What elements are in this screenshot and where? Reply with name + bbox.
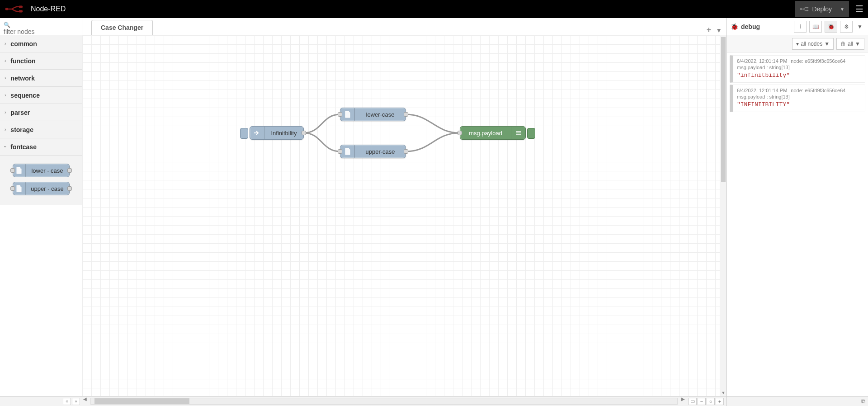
node-label: upper-case [355, 148, 406, 155]
node-debug-msg-payload[interactable]: msg.payload [460, 126, 526, 140]
debug-node-id: node: e65fd9f3c656ce64 [791, 88, 845, 93]
debug-filter-button[interactable]: ▾ all nodes ▼ [792, 38, 834, 50]
canvas-horizontal-scrollbar[interactable] [90, 398, 678, 405]
node-port[interactable] [10, 168, 15, 173]
file-icon [13, 182, 26, 195]
node-port-in[interactable] [458, 131, 462, 135]
filter-icon: ▾ [796, 41, 799, 47]
debug-value: "INFINITBILITY" [737, 101, 861, 108]
node-port[interactable] [67, 168, 72, 173]
open-window-button[interactable]: ⧉ [861, 398, 865, 405]
scroll-left-button[interactable]: ◀ [82, 397, 88, 406]
debug-message-list[interactable]: 6/4/2022, 12:01:14 PM node: e65fd9f3c656… [727, 52, 868, 396]
palette-filter: 🔍 [0, 18, 82, 35]
category-parser[interactable]: ›parser [0, 104, 82, 121]
view-navigator-button[interactable]: ▭ [689, 398, 697, 405]
node-label: Infinitbility [264, 130, 303, 137]
node-port-out[interactable] [302, 131, 306, 135]
sidebar-tab-menu[interactable]: ▼ [855, 21, 864, 33]
category-label: fontcase [10, 143, 37, 151]
main-menu-button[interactable]: ☰ [855, 4, 863, 14]
svg-rect-0 [5, 8, 9, 10]
palette-node-label: upper - case [26, 185, 69, 192]
palette-collapse-all-button[interactable]: « [63, 398, 71, 405]
zoom-out-button[interactable]: − [698, 398, 706, 405]
category-sequence[interactable]: ›sequence [0, 87, 82, 104]
node-port-in[interactable] [338, 149, 342, 154]
sidebar-tab-info[interactable]: i [794, 21, 807, 33]
logo-icon [5, 5, 27, 14]
tab-label: Case Changer [101, 24, 143, 31]
filter-nodes-input[interactable] [4, 28, 78, 35]
node-lower-case[interactable]: lower-case [340, 108, 406, 121]
sidebar: 🐞 debug i 📖 🐞 ⚙ ▼ ▾ all nodes ▼ 🗑 all ▼ [727, 18, 868, 406]
category-storage[interactable]: ›storage [0, 121, 82, 138]
chevron-down-icon: ▼ [840, 7, 844, 12]
node-port-out[interactable] [404, 112, 408, 117]
debug-message[interactable]: 6/4/2022, 12:01:14 PM node: e65fd9f3c656… [730, 55, 865, 83]
node-upper-case[interactable]: upper-case [340, 145, 406, 158]
debug-path: msg.payload : string[13] [737, 65, 861, 70]
node-port-in[interactable] [338, 112, 342, 117]
app-title: Node-RED [31, 5, 66, 13]
deploy-button[interactable]: Deploy ▼ [795, 1, 849, 17]
flow-canvas[interactable]: Infinitbility lower-case [82, 35, 726, 396]
category-label: function [10, 57, 35, 65]
category-label: common [10, 40, 37, 47]
svg-rect-4 [807, 7, 808, 8]
debug-clear-button[interactable]: 🗑 all ▼ [836, 38, 864, 50]
node-label: msg.payload [460, 130, 511, 137]
flow-wires [82, 35, 726, 396]
workspace-tabs: Case Changer + ▼ [82, 18, 726, 35]
debug-message[interactable]: 6/4/2022, 12:01:14 PM node: e65fd9f3c656… [730, 85, 865, 112]
chevron-down-icon: ▼ [855, 41, 860, 47]
inject-trigger-button[interactable] [240, 128, 248, 139]
svg-rect-2 [19, 10, 23, 13]
add-flow-button[interactable]: + [707, 25, 712, 35]
debug-value: "infinitbility" [737, 72, 861, 79]
chevron-right-icon: › [5, 76, 6, 80]
category-function[interactable]: ›function [0, 52, 82, 70]
category-common[interactable]: ›common [0, 35, 82, 52]
sidebar-tab-config[interactable]: ⚙ [840, 21, 853, 33]
sidebar-tab-help[interactable]: 📖 [809, 21, 822, 33]
palette-footer: « » [0, 396, 82, 406]
category-label: parser [10, 109, 30, 116]
svg-rect-5 [807, 10, 808, 11]
sidebar-tab-debug[interactable]: 🐞 [825, 21, 837, 33]
debug-path: msg.payload : string[13] [737, 94, 861, 99]
chevron-right-icon: › [5, 127, 6, 132]
debug-icon [511, 127, 525, 139]
palette-node-lower-case[interactable]: lower - case [13, 164, 70, 177]
palette-node-upper-case[interactable]: upper - case [13, 182, 70, 195]
palette-node-label: lower - case [26, 167, 69, 174]
palette-expand-all-button[interactable]: » [72, 398, 80, 405]
zoom-reset-button[interactable]: ○ [707, 398, 715, 405]
palette: 🔍 ›common ›function ›network ›sequence ›… [0, 18, 82, 406]
chevron-down-icon: › [3, 146, 8, 147]
category-label: network [10, 75, 35, 82]
canvas-vertical-scrollbar[interactable]: ▼ [720, 35, 726, 396]
sidebar-title: debug [741, 23, 760, 30]
zoom-in-button[interactable]: + [716, 398, 724, 405]
canvas-scroll[interactable]: Infinitbility lower-case [82, 35, 726, 396]
category-fontcase[interactable]: ›fontcase [0, 138, 82, 156]
sidebar-header: 🐞 debug i 📖 🐞 ⚙ ▼ [727, 18, 868, 35]
svg-rect-1 [19, 6, 23, 8]
scroll-right-button[interactable]: ▶ [680, 397, 686, 406]
chevron-right-icon: › [5, 58, 6, 63]
fontcase-node-list: lower - case upper - case [0, 156, 82, 205]
node-port-out[interactable] [404, 149, 408, 154]
sidebar-footer: ⧉ [727, 396, 868, 406]
category-network[interactable]: ›network [0, 70, 82, 87]
debug-node-id: node: e65fd9f3c656ce64 [791, 58, 845, 64]
node-port[interactable] [10, 186, 15, 191]
search-icon: 🔍 [4, 22, 10, 28]
flow-tab-case-changer[interactable]: Case Changer [91, 20, 153, 35]
node-inject-infinitbility[interactable]: Infinitbility [250, 126, 304, 140]
debug-timestamp: 6/4/2022, 12:01:14 PM [737, 88, 787, 93]
deploy-icon [800, 6, 809, 12]
debug-toggle-button[interactable] [527, 128, 535, 139]
flow-menu-button[interactable]: ▼ [716, 27, 722, 34]
node-port[interactable] [67, 186, 72, 191]
